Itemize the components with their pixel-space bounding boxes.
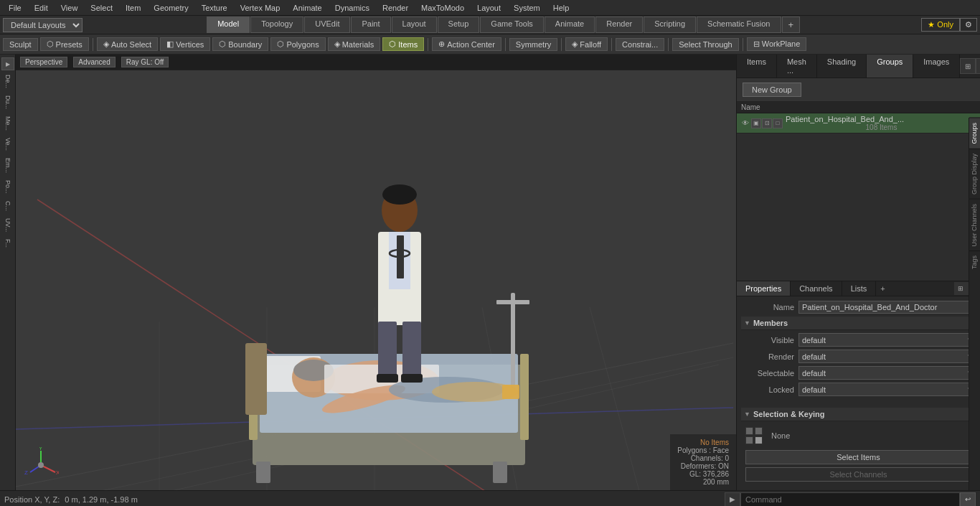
right-expand-icon[interactable]: ⊞	[960, 58, 976, 74]
viewport-gizmo: X Z Y	[23, 447, 59, 483]
layout-tab-model[interactable]: Model	[207, 17, 250, 33]
select-items-button[interactable]: Select Items	[745, 450, 971, 464]
sculpt-button[interactable]: Sculpt	[3, 38, 38, 51]
menu-maxtomode[interactable]: MaxToModo	[415, 2, 470, 14]
layout-tab-paint[interactable]: Paint	[351, 17, 390, 33]
sel-keying-header[interactable]: ▼ Selection & Keying	[741, 408, 976, 421]
menu-file[interactable]: File	[3, 2, 27, 14]
vtab-user-channels[interactable]: User Channels	[969, 199, 980, 251]
auto-select-button[interactable]: ◈ Auto Select	[97, 37, 158, 51]
prop-tab-lists[interactable]: Lists	[842, 281, 877, 296]
presets-button[interactable]: ⬡ Presets	[40, 37, 89, 51]
prop-tab-channels[interactable]: Channels	[791, 281, 842, 296]
groups-list: 👁 ▣ ⊡ □ Patient_on_Hospital_Bed_And_... …	[737, 113, 980, 281]
command-input[interactable]	[740, 492, 960, 507]
prop-tabs: Properties Channels Lists + ⊞ ▶	[737, 281, 980, 296]
menu-geometry[interactable]: Geometry	[148, 2, 194, 14]
viewport[interactable]: Perspective Advanced Ray GL: Off ⊕ ↺ ⊡ ✥…	[16, 55, 736, 490]
viewport-canvas[interactable]: X Z Y	[16, 70, 736, 490]
materials-button[interactable]: ◈ Materials	[328, 37, 381, 51]
no-items-text: No Items	[677, 439, 729, 446]
star-only-button[interactable]: ★ Only	[921, 18, 960, 32]
right-tab-shading[interactable]: Shading	[817, 55, 867, 78]
group-item[interactable]: 👁 ▣ ⊡ □ Patient_on_Hospital_Bed_And_... …	[737, 113, 980, 133]
layout-tabs: Model Topology UVEdit Paint Layout Setup…	[85, 17, 921, 33]
prop-tab-properties[interactable]: Properties	[737, 281, 791, 296]
command-execute-button[interactable]: ↩	[960, 492, 976, 507]
ray-gl-btn[interactable]: Ray GL: Off	[121, 57, 169, 67]
menu-vertex-map[interactable]: Vertex Map	[235, 2, 286, 14]
constraints-button[interactable]: Constrai...	[616, 38, 664, 51]
menu-select[interactable]: Select	[85, 2, 118, 14]
prop-name-input[interactable]	[798, 301, 976, 314]
group-render-btn[interactable]: ⊡	[762, 118, 772, 128]
vtab-group-display[interactable]: Group Display	[969, 149, 980, 199]
new-group-button[interactable]: New Group	[743, 83, 801, 97]
doctor	[377, 184, 423, 383]
prop-ctrl-expand[interactable]: ⊞	[954, 282, 967, 295]
group-icon-row: ▣ ⊡ □	[751, 118, 783, 128]
sidebar-toggle[interactable]: ▶	[1, 57, 14, 70]
workplane-button[interactable]: ⊟ WorkPlane	[747, 37, 807, 51]
layout-tab-add[interactable]: +	[782, 17, 801, 33]
menu-layout[interactable]: Layout	[471, 2, 507, 14]
layout-tab-topology[interactable]: Topology	[250, 17, 303, 33]
right-tab-items[interactable]: Items	[737, 55, 777, 78]
prop-locked-dropdown[interactable]: default ▾	[798, 383, 976, 396]
menu-help[interactable]: Help	[547, 2, 575, 14]
menu-view[interactable]: View	[55, 2, 84, 14]
vtab-groups[interactable]: Groups	[969, 118, 980, 149]
group-eye-icon[interactable]: 👁	[740, 118, 751, 129]
perspective-btn[interactable]: Perspective	[20, 57, 67, 67]
advanced-btn[interactable]: Advanced	[73, 57, 115, 67]
menu-texture[interactable]: Texture	[196, 2, 233, 14]
select-channels-button[interactable]: Select Channels	[745, 467, 971, 482]
layout-tab-game-tools[interactable]: Game Tools	[480, 17, 544, 33]
prop-visible-dropdown[interactable]: default ▾	[798, 333, 976, 347]
menu-system[interactable]: System	[508, 2, 546, 14]
vertices-button[interactable]: ◧ Vertices	[160, 37, 210, 51]
items-button[interactable]: ⬡ Items	[382, 37, 424, 51]
layout-tab-scripting[interactable]: Scripting	[644, 17, 696, 33]
layout-tab-schematic-fusion[interactable]: Schematic Fusion	[697, 17, 781, 33]
prop-tab-add[interactable]: +	[876, 281, 889, 296]
settings-button[interactable]: ⚙	[960, 18, 977, 32]
layout-tab-layout[interactable]: Layout	[392, 17, 437, 33]
menu-edit[interactable]: Edit	[29, 2, 54, 14]
sel-keying-title: Selection & Keying	[753, 410, 825, 418]
layout-bar: Default Layouts Model Topology UVEdit Pa…	[0, 16, 980, 34]
layout-tab-uvedit[interactable]: UVEdit	[304, 17, 350, 33]
polygons-button[interactable]: ⬡ Polygons	[270, 37, 325, 51]
falloff-button[interactable]: ◈ Falloff	[565, 37, 608, 51]
svg-rect-16	[493, 462, 507, 483]
menu-animate[interactable]: Animate	[287, 2, 327, 14]
menu-dynamics[interactable]: Dynamics	[329, 2, 375, 14]
separator-6	[668, 38, 669, 51]
select-through-button[interactable]: Select Through	[672, 38, 738, 51]
right-tab-groups[interactable]: Groups	[867, 55, 913, 78]
right-arrow-icon[interactable]: ▶	[976, 58, 980, 74]
group-lock-btn[interactable]: □	[773, 118, 783, 128]
layout-tab-animate[interactable]: Animate	[545, 17, 595, 33]
gl-info: GL: 376,286	[677, 470, 729, 478]
action-center-button[interactable]: ⊕ Action Center	[432, 37, 501, 51]
right-tab-mesh[interactable]: Mesh ...	[777, 55, 817, 78]
group-vis-btn[interactable]: ▣	[751, 118, 761, 128]
layout-tab-setup[interactable]: Setup	[438, 17, 480, 33]
layout-tab-render[interactable]: Render	[595, 17, 643, 33]
right-tab-images[interactable]: Images	[913, 55, 960, 78]
symmetry-button[interactable]: Symmetry	[509, 38, 558, 51]
separator-4	[561, 38, 562, 51]
command-expand-button[interactable]: ▶	[725, 492, 740, 507]
prop-selectable-dropdown[interactable]: default ▾	[798, 366, 976, 380]
menu-render[interactable]: Render	[377, 2, 414, 14]
menu-item[interactable]: Item	[120, 2, 146, 14]
layout-selector[interactable]: Default Layouts	[3, 18, 83, 32]
vtab-tags[interactable]: Tags	[969, 250, 980, 273]
boundary-button[interactable]: ⬡ Boundary	[212, 37, 268, 51]
separator-5	[611, 38, 612, 51]
prop-render-dropdown[interactable]: default ▾	[798, 350, 976, 363]
boundary-icon: ⬡	[219, 39, 226, 49]
members-section-header[interactable]: ▼ Members	[741, 317, 976, 330]
sel-key-buttons: Select Items Select Channels	[741, 450, 976, 486]
